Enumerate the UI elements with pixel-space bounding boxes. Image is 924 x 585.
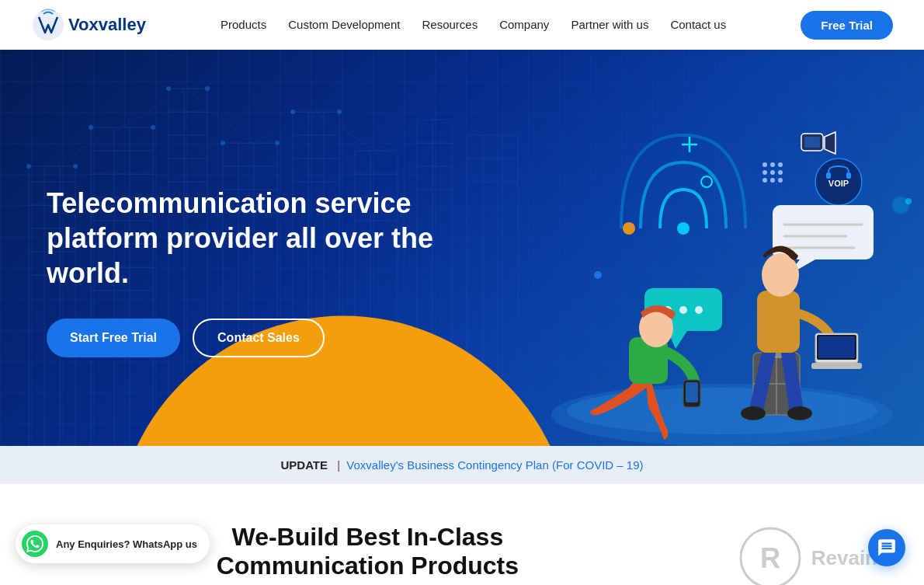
svg-rect-114 [757, 291, 800, 353]
svg-point-123 [905, 198, 912, 204]
svg-rect-118 [811, 363, 862, 369]
svg-point-88 [770, 178, 775, 183]
svg-point-112 [741, 406, 766, 420]
logo-text: Voxvalley [68, 15, 146, 35]
banner-separator: | [337, 458, 340, 472]
svg-point-102 [679, 306, 687, 314]
svg-point-82 [770, 162, 775, 167]
revain-logo-area: R Revain [735, 523, 877, 585]
svg-point-60 [221, 141, 225, 145]
svg-marker-79 [825, 132, 835, 154]
svg-point-54 [26, 164, 31, 169]
navbar-free-trial-button[interactable]: Free Trial [801, 11, 893, 40]
svg-text:R: R [760, 542, 780, 574]
svg-point-59 [205, 86, 210, 91]
nav-products[interactable]: Products [221, 18, 266, 31]
svg-point-63 [337, 110, 342, 114]
svg-point-121 [594, 271, 602, 279]
hero-title: Telecommunication service platform provi… [47, 186, 435, 291]
whatsapp-icon [22, 531, 48, 557]
nav-links: Products Custom Development Resources Co… [221, 18, 726, 32]
update-label: UPDATE [280, 458, 328, 472]
whatsapp-float-button[interactable]: Any Enquiries? WhatsApp us [16, 524, 210, 563]
start-free-trial-button[interactable]: Start Free Trial [47, 319, 180, 357]
svg-point-61 [275, 141, 280, 145]
hero-section: Telecommunication service platform provi… [0, 50, 924, 446]
svg-point-87 [762, 178, 767, 183]
chat-icon [877, 538, 897, 558]
svg-line-66 [188, 89, 250, 143]
svg-point-81 [762, 162, 767, 167]
svg-point-86 [778, 170, 783, 175]
svg-point-113 [787, 406, 812, 420]
nav-resources[interactable]: Resources [422, 18, 478, 31]
hero-illustration: VOIP [443, 73, 924, 446]
svg-point-55 [73, 164, 78, 169]
nav-company[interactable]: Company [499, 18, 549, 31]
contact-sales-button[interactable]: Contact Sales [193, 319, 325, 357]
nav-contact[interactable]: Contact us [670, 18, 726, 31]
svg-line-67 [250, 112, 316, 143]
update-link[interactable]: Voxvalley's Business Contingency Plan (F… [346, 458, 643, 472]
chat-bubble-button[interactable] [868, 529, 905, 566]
svg-rect-119 [818, 336, 855, 358]
svg-point-62 [290, 110, 295, 114]
svg-line-65 [122, 89, 188, 127]
svg-point-57 [151, 125, 155, 130]
svg-line-64 [52, 127, 122, 166]
logo-icon [31, 8, 65, 42]
navbar: Voxvalley Products Custom Development Re… [0, 0, 924, 50]
revain-icon: R [735, 523, 805, 585]
nav-partner[interactable]: Partner with us [571, 18, 648, 31]
svg-text:VOIP: VOIP [828, 179, 849, 188]
hero-content: Telecommunication service platform provi… [47, 186, 435, 357]
svg-point-83 [778, 162, 783, 167]
svg-rect-92 [826, 172, 831, 179]
logo-link[interactable]: Voxvalley [31, 8, 146, 42]
svg-point-56 [89, 125, 93, 130]
update-banner: UPDATE | Voxvalley's Business Contingenc… [0, 446, 924, 484]
whatsapp-label: Any Enquiries? WhatsApp us [56, 538, 197, 550]
svg-rect-80 [804, 137, 820, 148]
svg-point-58 [166, 86, 171, 91]
svg-rect-93 [846, 172, 851, 179]
hero-buttons: Start Free Trial Contact Sales [47, 319, 435, 357]
svg-point-76 [567, 388, 877, 434]
svg-point-120 [623, 222, 635, 235]
svg-rect-107 [686, 382, 698, 402]
svg-point-103 [695, 306, 703, 314]
svg-point-89 [778, 178, 783, 183]
svg-point-85 [770, 170, 775, 175]
nav-custom-dev[interactable]: Custom Development [288, 18, 400, 31]
svg-point-77 [677, 222, 690, 235]
svg-line-68 [316, 112, 376, 151]
svg-line-69 [376, 120, 434, 151]
svg-point-84 [762, 170, 767, 175]
